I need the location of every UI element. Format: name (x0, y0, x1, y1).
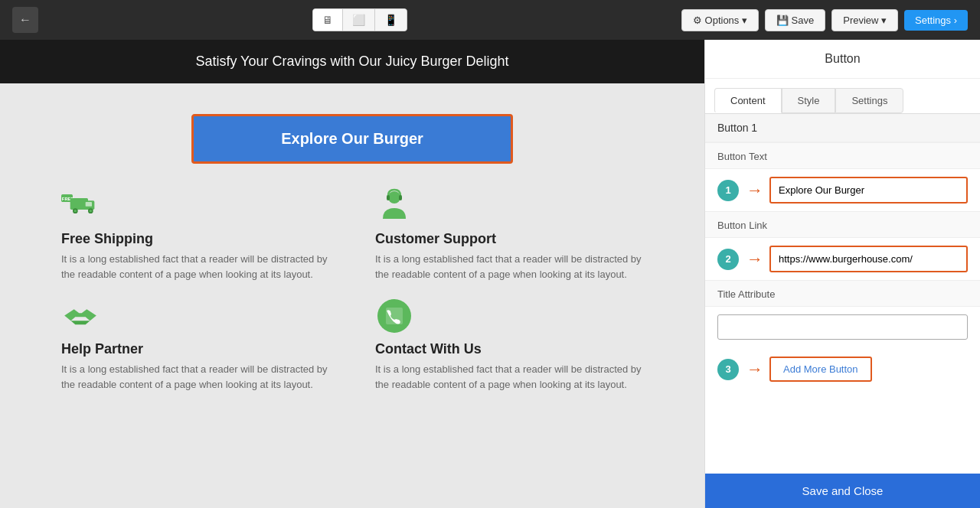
tab-settings[interactable]: Settings (835, 88, 903, 113)
save-close-button[interactable]: Save and Close (705, 474, 980, 508)
settings-button[interactable]: Settings › (904, 10, 968, 31)
page-preview: Satisfy Your Cravings with Our Juicy Bur… (0, 40, 704, 508)
preview-button[interactable]: Preview ▾ (831, 9, 898, 31)
feature-free-shipping: FREE (61, 187, 329, 282)
annotation-1: 1 → (717, 180, 763, 201)
button-link-input[interactable] (769, 246, 968, 272)
feature-customer-support: Customer Support It is a long establishe… (375, 187, 643, 282)
panel-tabs: Content Style Settings (705, 79, 980, 114)
button-text-label: Button Text (705, 142, 980, 169)
button-text-wrap: 1 → (705, 169, 980, 211)
panel-title: Button (705, 40, 980, 79)
save-button[interactable]: 💾 Save (765, 9, 825, 31)
button-section-label: Button 1 (705, 114, 980, 142)
main-area: Satisfy Your Cravings with Our Juicy Bur… (0, 40, 980, 508)
explore-button-preview[interactable]: Explore Our Burger (191, 114, 513, 164)
annotation-badge-1: 1 (717, 180, 739, 201)
svg-point-9 (388, 191, 400, 204)
annotation-badge-2: 2 (717, 249, 739, 270)
annotation-3: 3 → (717, 359, 763, 380)
help-partner-title: Help Partner (61, 341, 329, 357)
toolbar-right: ⚙ Options ▾ 💾 Save Preview ▾ Settings › (681, 9, 968, 31)
feature-help-partner: Help Partner It is a long established fa… (61, 297, 329, 392)
panel-body: Button 1 Button Text 1 → Button Link 2 → (705, 114, 980, 474)
features-grid: FREE (61, 187, 643, 392)
hero-text: Satisfy Your Cravings with Our Juicy Bur… (195, 54, 508, 69)
title-attr-input[interactable] (717, 314, 968, 340)
add-more-wrap: 3 → Add More Button (705, 347, 980, 391)
annotation-arrow-2: → (746, 249, 763, 269)
button-link-wrap: 2 → (705, 238, 980, 280)
feature-contact: Contact With Us It is a long established… (375, 297, 643, 392)
free-shipping-title: Free Shipping (61, 231, 329, 247)
title-attr-wrap (705, 307, 980, 347)
tab-content[interactable]: Content (714, 88, 782, 113)
button-link-label: Button Link (705, 211, 980, 238)
customer-support-title: Customer Support (375, 231, 643, 247)
title-attr-label: Title Attribute (705, 280, 980, 307)
options-button[interactable]: ⚙ Options ▾ (681, 9, 759, 31)
device-desktop-button[interactable]: 🖥 (313, 9, 343, 31)
annotation-arrow-1: → (746, 181, 763, 200)
help-partner-desc: It is a long established fact that a rea… (61, 362, 329, 392)
tab-style[interactable]: Style (782, 88, 836, 113)
hero-banner: Satisfy Your Cravings with Our Juicy Bur… (0, 40, 704, 83)
customer-support-desc: It is a long established fact that a rea… (375, 252, 643, 282)
svg-rect-10 (387, 195, 390, 200)
free-shipping-desc: It is a long established fact that a rea… (61, 252, 329, 282)
annotation-badge-3: 3 (717, 359, 739, 380)
contact-desc: It is a long established fact that a rea… (375, 362, 643, 392)
button-text-input[interactable] (769, 177, 968, 204)
free-shipping-icon: FREE (61, 187, 329, 225)
customer-support-icon (375, 187, 643, 225)
toolbar-center: 🖥 ⬜ 📱 (312, 8, 407, 31)
svg-rect-4 (86, 202, 92, 207)
annotation-2: 2 → (717, 249, 763, 270)
annotation-arrow-3: → (746, 360, 763, 379)
device-mobile-button[interactable]: 📱 (375, 9, 407, 31)
device-switcher: 🖥 ⬜ 📱 (312, 8, 407, 31)
explore-btn-wrapper: Explore Our Burger (61, 114, 643, 164)
back-button[interactable]: ← (12, 7, 38, 33)
toolbar: ← 🖥 ⬜ 📱 ⚙ Options ▾ 💾 Save Preview ▾ Set… (0, 0, 980, 40)
settings-panel: Button Content Style Settings Button 1 B… (704, 40, 980, 508)
device-tablet-button[interactable]: ⬜ (343, 9, 375, 31)
toolbar-left: ← (12, 7, 38, 33)
help-partner-icon (61, 297, 329, 335)
svg-point-6 (74, 210, 77, 212)
svg-point-8 (90, 210, 92, 212)
contact-icon (375, 297, 643, 335)
svg-rect-11 (399, 195, 402, 200)
add-more-button[interactable]: Add More Button (769, 357, 872, 382)
contact-title: Contact With Us (375, 341, 643, 357)
preview-content: Explore Our Burger FREE (0, 83, 704, 407)
